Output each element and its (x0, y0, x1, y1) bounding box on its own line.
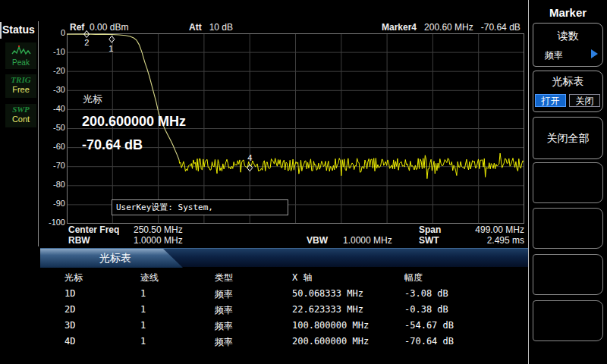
swt-value: 2.495 ms (455, 235, 524, 246)
marker-table-off-toggle[interactable]: 关闭 (569, 94, 600, 107)
ref-value: 0.00 dBm (90, 22, 128, 33)
cell-marker: 1D (64, 288, 75, 299)
cell-type: 频率 (215, 288, 233, 301)
empty-softkey[interactable] (533, 208, 603, 249)
vbw-label: VBW (307, 235, 328, 246)
y-tick-label: -50 (39, 123, 65, 132)
empty-softkey[interactable] (533, 254, 603, 295)
col-header-amplitude: 幅度 (404, 271, 423, 284)
col-header-x-axis: X 轴 (292, 271, 312, 284)
span-value: 499.00 MHz (455, 224, 524, 235)
tab-marker-table-label: 光标表 (99, 252, 131, 265)
menu-title: Marker (529, 6, 607, 19)
center-freq-value: 250.50 MHz (134, 224, 183, 235)
peak-waveform-icon (11, 44, 31, 56)
cell-x: 50.068333 MHz (292, 288, 363, 299)
swp-tag: SWP (5, 104, 36, 115)
marker-freq: 200.60 MHz (424, 22, 473, 33)
cell-trace: 1 (140, 304, 146, 315)
cell-x: 22.623333 MHz (292, 304, 363, 315)
rbw-value: 1.0000 MHz (134, 235, 183, 246)
trig-tag: TRIG (5, 74, 36, 85)
cell-marker: 2D (64, 304, 75, 315)
cell-marker: 4D (64, 336, 75, 347)
y-tick-label: -80 (39, 180, 65, 189)
marker-label: Marker4 (382, 22, 417, 33)
cell-amp: -3.08 dB (404, 288, 448, 299)
empty-softkey[interactable] (533, 300, 603, 341)
readout-value: 频率 (545, 49, 563, 62)
cell-type: 频率 (215, 336, 233, 349)
overlay-marker-frequency: 200.600000 MHz (82, 114, 186, 130)
col-header-trace: 迹线 (140, 271, 159, 284)
userkey-message-box: UserKey设置: System, (112, 199, 288, 215)
detector-status: Peak (5, 42, 36, 69)
sidebar-divider (38, 21, 39, 246)
marker-table-softkey-label: 光标表 (529, 75, 607, 89)
y-tick-label: -90 (39, 199, 65, 208)
spectrum-analyzer-screen: Status Peak TRIG Free SWP Cont Ref 0.00 … (0, 0, 607, 364)
cell-amp: -0.38 dB (404, 304, 448, 315)
y-tick-label: 0 (39, 28, 65, 37)
cell-type: 频率 (215, 304, 233, 317)
cell-marker: 3D (64, 320, 75, 331)
att-label: Att (189, 22, 202, 33)
marker-table-on-toggle[interactable]: 打开 (535, 94, 566, 107)
ref-level-readout: Ref 0.00 dBm (70, 22, 128, 33)
sweep-status: SWP Cont (5, 104, 36, 127)
y-tick-label: -70 (39, 161, 65, 170)
trigger-status: TRIG Free (5, 74, 36, 98)
cell-trace: 1 (140, 288, 146, 299)
trig-value: Free (5, 85, 36, 95)
menu-panel-divider (528, 0, 529, 364)
att-value: 10 dB (209, 22, 233, 33)
readout-label: 读数 (529, 30, 607, 43)
center-freq-label: Center Freq (68, 224, 119, 235)
marker-number-label: 2 (84, 38, 89, 47)
submenu-arrow-icon (591, 49, 598, 58)
overlay-marker-title: 光标 (83, 93, 102, 106)
overlay-marker-amplitude: -70.64 dB (82, 137, 143, 153)
cell-trace: 1 (140, 320, 146, 331)
y-tick-label: -20 (39, 66, 65, 75)
cell-amp: -70.64 dB (404, 336, 454, 347)
swt-label: SWT (419, 235, 439, 246)
swp-value: Cont (5, 115, 36, 124)
marker-amp: -70.64 dB (481, 22, 521, 33)
vbw-value: 1.0000 MHz (343, 235, 392, 246)
close-all-label: 关闭全部 (529, 132, 607, 146)
y-tick-label: -30 (39, 85, 65, 94)
marker-number-label: 1 (109, 44, 113, 53)
y-tick-label: -60 (39, 142, 65, 151)
marker-diamond-icon[interactable] (109, 36, 115, 42)
cell-trace: 1 (140, 336, 146, 347)
empty-softkey[interactable] (533, 162, 603, 203)
span-label: Span (419, 224, 441, 235)
y-tick-label: -100 (39, 218, 65, 227)
active-marker-readout: Marker4 200.60 MHz -70.64 dB (382, 22, 521, 33)
trace-noise-floor (179, 153, 524, 179)
status-title: Status (2, 24, 37, 36)
attenuation-readout: Att 10 dB (189, 22, 233, 33)
col-header-marker: 光标 (64, 271, 83, 284)
ref-label: Ref (70, 22, 84, 33)
marker-number-label: 4 (247, 153, 252, 162)
cell-type: 频率 (215, 320, 233, 333)
y-tick-label: -40 (39, 104, 65, 113)
cell-amp: -54.67 dB (404, 320, 454, 331)
col-header-type: 类型 (215, 271, 233, 284)
rbw-label: RBW (68, 235, 90, 246)
table-tab-bar: 光标表 (40, 248, 529, 267)
cell-x: 100.800000 MHz (292, 320, 369, 331)
detector-label: Peak (5, 59, 36, 67)
y-tick-label: -10 (39, 47, 65, 56)
cell-x: 200.600000 MHz (292, 336, 369, 347)
status-edge-mark (0, 22, 2, 39)
